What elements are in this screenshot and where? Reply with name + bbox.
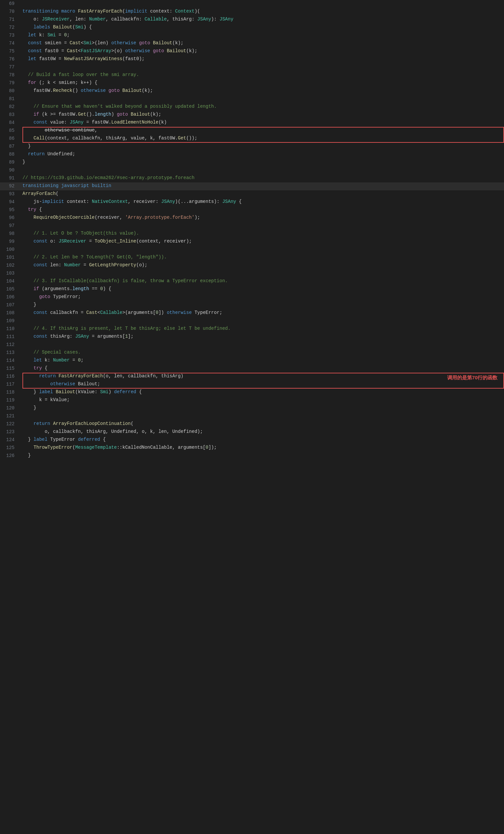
- table-row: 79 for (; k < smiLen; k++) {: [0, 79, 504, 87]
- table-row: 76 let fast0W = NewFastJSArrayWitness(fa…: [0, 56, 504, 63]
- table-row: 92 transitioning javascript builtin: [0, 182, 504, 190]
- table-row: 118 } label Bailout(kValue: Smi) deferre…: [0, 389, 504, 396]
- table-row: 72 labels Bailout(Smi) {: [0, 24, 504, 32]
- table-row: 93 ArrayForEach(: [0, 190, 504, 198]
- table-row: 123 o, callbackfn, thisArg, Undefined, o…: [0, 428, 504, 436]
- table-row: 70 transitioning macro FastArrayForEach(…: [0, 8, 504, 16]
- table-row: 85 otherwise continue,: [0, 127, 504, 135]
- table-row: 78 // Build a fast loop over the smi arr…: [0, 71, 504, 79]
- table-row: 69: [0, 0, 504, 8]
- table-row: 117 otherwise Bailout;: [0, 381, 504, 389]
- table-row: 121: [0, 412, 504, 420]
- table-row: 105 if (arguments.length == 0) {: [0, 285, 504, 293]
- table-row: 74 const smiLen = Cast<Smi>(len) otherwi…: [0, 40, 504, 48]
- table-row: 98 // 1. Let O be ? ToObject(this value)…: [0, 230, 504, 238]
- table-row: 110 // 4. If thisArg is present, let T b…: [0, 325, 504, 333]
- table-row: 107 }: [0, 301, 504, 309]
- table-row: 100: [0, 246, 504, 254]
- table-row: 101 // 2. Let len be ? ToLength(? Get(O,…: [0, 254, 504, 262]
- table-row: 87 }: [0, 143, 504, 151]
- table-row: 73 let k: Smi = 0;: [0, 32, 504, 40]
- table-row: 114 let k: Number = 0;: [0, 357, 504, 365]
- table-row: 119 k = kValue;: [0, 396, 504, 404]
- table-row: 77: [0, 63, 504, 71]
- table-row: 96 RequireObjectCoercible(receiver, 'Arr…: [0, 214, 504, 222]
- table-row: 102 const len: Number = GetLengthPropert…: [0, 262, 504, 270]
- table-row: 94 js-implicit context: NativeContext, r…: [0, 198, 504, 206]
- table-row: 83 if (k >= fast0W.Get().length) goto Ba…: [0, 111, 504, 119]
- table-row: 81: [0, 95, 504, 103]
- table-row: 111 const thisArg: JSAny = arguments[1];: [0, 333, 504, 341]
- table-row: 86 Call(context, callbackfn, thisArg, va…: [0, 135, 504, 143]
- table-row: 115 try {: [0, 365, 504, 373]
- table-row: 104 // 3. If IsCallable(callbackfn) is f…: [0, 278, 504, 285]
- table-row: 109: [0, 317, 504, 325]
- table-row: 113 // Special cases.: [0, 349, 504, 357]
- table-row: 106 goto TypeError;: [0, 293, 504, 301]
- annotation-label: 调用的是第70行的函数: [447, 374, 497, 382]
- table-row: 82 // Ensure that we haven't walked beyo…: [0, 103, 504, 111]
- table-row: 97: [0, 222, 504, 230]
- red-box-section-2: 调用的是第70行的函数 116 return FastArrayForEach(…: [0, 373, 504, 389]
- table-row: 80 fast0W.Recheck() otherwise goto Bailo…: [0, 87, 504, 95]
- table-row: 95 try {: [0, 206, 504, 214]
- table-row: 120 }: [0, 404, 504, 412]
- table-row: 99 const o: JSReceiver = ToObject_Inline…: [0, 238, 504, 246]
- table-row: 84 const value: JSAny = fast0W.LoadEleme…: [0, 119, 504, 127]
- table-row: 122 return ArrayForEachLoopContinuation(: [0, 420, 504, 428]
- table-row: 103: [0, 270, 504, 278]
- table-row: 116 return FastArrayForEach(o, len, call…: [0, 373, 504, 381]
- table-row: 112: [0, 341, 504, 349]
- code-view: 69 70 transitioning macro FastArrayForEa…: [0, 0, 504, 834]
- table-row: 125 ThrowTypeError(MessageTemplate::kCal…: [0, 444, 504, 452]
- table-row: 124 } label TypeError deferred {: [0, 436, 504, 444]
- table-row: 71 o: JSReceiver, len: Number, callbackf…: [0, 16, 504, 24]
- red-box-section-1: 85 otherwise continue, 86 Call(context, …: [0, 127, 504, 143]
- table-row: 89 }: [0, 159, 504, 167]
- table-row: 126 }: [0, 452, 504, 460]
- table-row: 90: [0, 167, 504, 174]
- table-row: 108 const callbackfn = Cast<Callable>(ar…: [0, 309, 504, 317]
- table-row: 91 // https://tc39.github.io/ecma262/#se…: [0, 174, 504, 182]
- table-row: 75 const fast0 = Cast<FastJSArray>(o) ot…: [0, 48, 504, 56]
- table-row: 88 return Undefined;: [0, 151, 504, 159]
